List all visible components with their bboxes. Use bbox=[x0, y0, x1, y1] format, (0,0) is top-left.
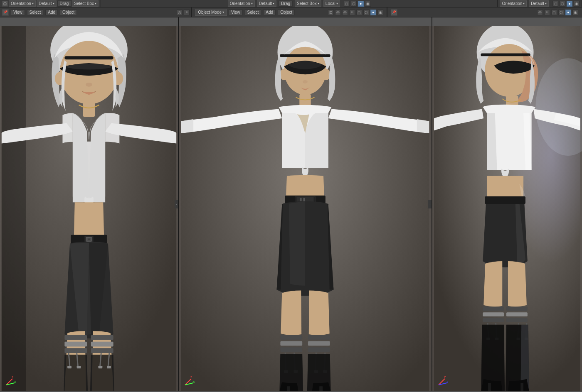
add-menu-mid[interactable]: Add bbox=[263, 10, 276, 15]
overlay-icon-mid[interactable]: ◎ bbox=[342, 10, 348, 15]
local-dropdown-mid[interactable]: Local bbox=[323, 0, 340, 7]
svg-rect-66 bbox=[506, 312, 528, 316]
selectbox-dropdown-mid[interactable]: Select Box bbox=[295, 0, 321, 7]
shading-solid-mid2-icon[interactable]: ⬡ bbox=[363, 10, 369, 15]
svg-rect-19 bbox=[77, 366, 81, 368]
shading-material-icon[interactable]: ● bbox=[358, 1, 364, 7]
shading-wire-mid2-icon[interactable]: ◻ bbox=[356, 10, 362, 15]
object-mode-select[interactable]: Object Mode bbox=[195, 9, 227, 16]
svg-rect-5 bbox=[83, 101, 95, 117]
shading-wire-right2-icon[interactable]: ◻ bbox=[551, 10, 557, 15]
viewport-left-collapse[interactable]: › bbox=[175, 200, 178, 208]
svg-rect-61 bbox=[485, 196, 525, 204]
svg-rect-1 bbox=[2, 26, 26, 391]
orientation-dropdown-left[interactable]: Orientation bbox=[9, 0, 36, 7]
svg-rect-17 bbox=[91, 348, 113, 353]
shading-rend-right2-icon[interactable]: ◉ bbox=[572, 10, 578, 15]
default-dropdown-right[interactable]: Default bbox=[529, 0, 549, 7]
drag-btn-mid[interactable]: Drag bbox=[279, 1, 293, 7]
svg-rect-15 bbox=[91, 335, 113, 340]
default-dropdown-mid[interactable]: Default bbox=[257, 0, 277, 7]
shading-render-right-icon[interactable]: ◉ bbox=[574, 1, 580, 7]
svg-rect-62 bbox=[483, 307, 504, 311]
svg-rect-12 bbox=[64, 335, 87, 340]
svg-text:X: X bbox=[14, 380, 16, 383]
svg-rect-40 bbox=[280, 347, 302, 352]
svg-text:Y: Y bbox=[446, 380, 449, 383]
viewport-mid[interactable]: ▐▌▐▌ bbox=[179, 17, 432, 391]
shading-solid-right2-icon[interactable]: ⬡ bbox=[558, 10, 564, 15]
add-menu-left[interactable]: Add bbox=[45, 10, 58, 15]
shading-solid-icon[interactable]: ⬡ bbox=[351, 1, 357, 7]
svg-rect-42 bbox=[308, 341, 330, 346]
object-menu-left[interactable]: Object bbox=[60, 10, 77, 15]
toolbar-section-mid: Orientation Default Drag Select Box Loca… bbox=[101, 0, 498, 7]
shading-rend-mid2-icon[interactable]: ◉ bbox=[377, 10, 383, 15]
svg-rect-64 bbox=[483, 318, 504, 322]
orientation-dropdown-mid[interactable]: Orientation bbox=[228, 0, 255, 7]
gizmo-icon-right[interactable]: ⌖ bbox=[544, 10, 550, 15]
viewport-left[interactable]: Z X › bbox=[0, 17, 179, 391]
svg-rect-39 bbox=[280, 341, 302, 346]
view-menu-left[interactable]: View bbox=[11, 10, 25, 15]
shading-mat-right2-icon[interactable]: ● bbox=[565, 10, 571, 15]
gizmo-icon-mid[interactable]: ⌖ bbox=[349, 10, 355, 15]
shading-wire-right-icon[interactable]: ◻ bbox=[552, 1, 558, 7]
toolbar-section-left: ⬡ Orientation Default Drag Select Box bbox=[0, 0, 101, 7]
shading-mat-mid2-icon[interactable]: ● bbox=[370, 10, 376, 15]
shading-render-icon[interactable]: ◉ bbox=[365, 1, 371, 7]
viewports-container: Z X › bbox=[0, 17, 582, 391]
pin-icon-left[interactable]: 📌 bbox=[2, 9, 9, 16]
svg-rect-67 bbox=[506, 318, 528, 322]
svg-rect-65 bbox=[506, 307, 528, 311]
svg-point-4 bbox=[86, 83, 92, 87]
drag-btn-left[interactable]: Drag bbox=[57, 1, 72, 7]
svg-point-33 bbox=[322, 69, 330, 80]
overlay-icon-right[interactable]: ◎ bbox=[537, 10, 543, 15]
character-left-svg bbox=[0, 26, 178, 391]
axis-indicator-right: Z Y bbox=[436, 375, 449, 387]
overlay-icon-left[interactable]: ◎ bbox=[177, 10, 182, 15]
character-mid-svg: ▐▌▐▌ bbox=[179, 26, 432, 391]
proportional-icon-mid[interactable]: ◎ bbox=[335, 10, 341, 15]
selectbox-dropdown-left[interactable]: Select Box bbox=[72, 0, 99, 7]
character-right-svg bbox=[432, 26, 582, 391]
svg-point-32 bbox=[280, 69, 288, 80]
gizmo-icon-left[interactable]: ⌖ bbox=[184, 10, 190, 15]
select-menu-left[interactable]: Select bbox=[27, 10, 44, 15]
svg-rect-74 bbox=[481, 53, 530, 56]
shading-solid-right-icon[interactable]: ⬡ bbox=[560, 1, 565, 7]
svg-text:▐▌▐▌: ▐▌▐▌ bbox=[299, 198, 306, 201]
viewport-right[interactable]: Z Y bbox=[432, 17, 582, 391]
viewport-right-scene[interactable] bbox=[432, 26, 582, 391]
pin-icon-right[interactable]: 📌 bbox=[391, 9, 397, 16]
svg-rect-13 bbox=[64, 342, 87, 347]
svg-rect-22 bbox=[64, 56, 113, 59]
toolbar-section-right: Orientation Default ◻ ⬡ ● ◉ bbox=[498, 0, 582, 7]
blender-icon[interactable]: ⬡ bbox=[2, 1, 8, 7]
svg-rect-73 bbox=[520, 383, 523, 391]
svg-rect-49 bbox=[319, 386, 323, 391]
viewport-mid-scene[interactable]: ▐▌▐▌ bbox=[179, 26, 432, 391]
orientation-dropdown-right[interactable]: Orientation bbox=[500, 0, 527, 7]
svg-rect-11 bbox=[88, 238, 90, 240]
svg-text:Z: Z bbox=[190, 376, 192, 379]
svg-rect-41 bbox=[308, 335, 330, 340]
svg-rect-72 bbox=[488, 383, 491, 391]
svg-rect-38 bbox=[280, 335, 302, 340]
svg-rect-18 bbox=[67, 366, 72, 368]
second-toolbar: 📌 View Select Add Object ◎ ⌖ Object Mode… bbox=[0, 7, 582, 17]
default-dropdown-left[interactable]: Default bbox=[37, 0, 57, 7]
svg-rect-16 bbox=[91, 342, 113, 347]
svg-point-30 bbox=[303, 80, 308, 83]
view-menu-mid[interactable]: View bbox=[229, 10, 243, 15]
viewport-left-scene[interactable] bbox=[0, 26, 178, 391]
shading-material-right-icon[interactable]: ● bbox=[567, 1, 572, 7]
select-menu-mid[interactable]: Select bbox=[245, 10, 261, 15]
snap-icon-mid[interactable]: ⊡ bbox=[328, 10, 334, 15]
shading-wire-icon[interactable]: ◻ bbox=[344, 1, 350, 7]
svg-rect-14 bbox=[64, 348, 87, 353]
viewport-mid-collapse[interactable]: › bbox=[428, 200, 432, 208]
svg-rect-21 bbox=[107, 366, 111, 368]
object-menu-mid[interactable]: Object bbox=[278, 10, 295, 15]
